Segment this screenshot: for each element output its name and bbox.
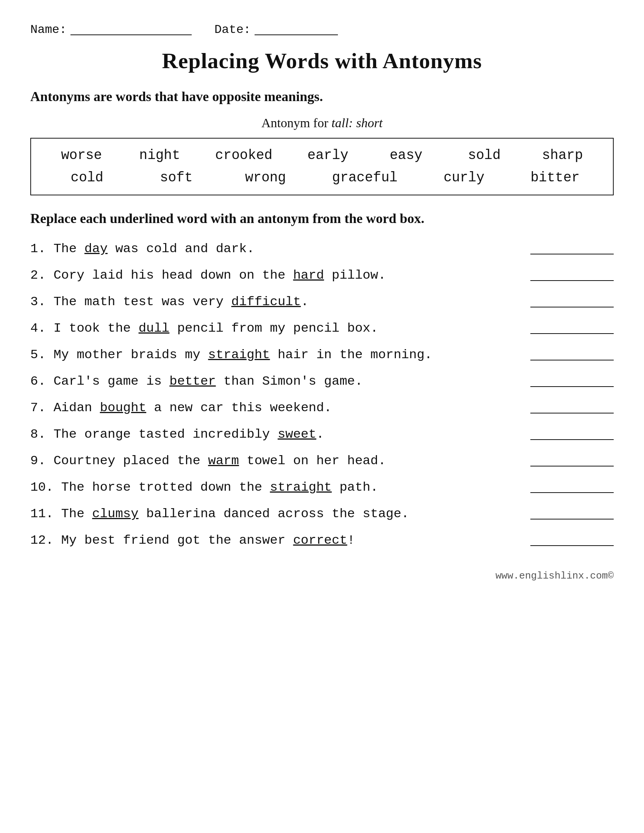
word-curly: curly	[441, 170, 487, 185]
q2-answer-line	[530, 280, 614, 281]
q4-rest: pencil from my pencil box.	[169, 321, 378, 336]
question-10-text: 10. The horse trotted down the straight …	[30, 480, 515, 495]
question-4-text: 4. I took the dull pencil from my pencil…	[30, 321, 515, 336]
q8-rest: .	[316, 427, 324, 442]
question-6-text: 6. Carl's game is better than Simon's ga…	[30, 374, 515, 389]
q1-num: 1. The	[30, 241, 84, 256]
q9-rest: towel on her head.	[239, 453, 386, 468]
word-cold: cold	[64, 170, 110, 185]
word-wrong: wrong	[243, 170, 288, 185]
question-3: 3. The math test was very difficult.	[30, 294, 614, 309]
q11-answer-line	[530, 519, 614, 519]
q2-underlined: hard	[293, 268, 324, 283]
q8-num: 8. The orange tasted incredibly	[30, 427, 278, 442]
q4-underlined: dull	[138, 321, 170, 336]
q3-num: 3. The math test was very	[30, 294, 232, 309]
word-night: night	[137, 148, 183, 163]
question-3-text: 3. The math test was very difficult.	[30, 294, 515, 309]
question-12-text: 12. My best friend got the answer correc…	[30, 533, 515, 547]
q9-num: 9. Courtney placed the	[30, 453, 208, 468]
q7-answer-line	[530, 413, 614, 413]
question-12: 12. My best friend got the answer correc…	[30, 533, 614, 547]
name-line	[71, 34, 192, 35]
question-2: 2. Cory laid his head down on the hard p…	[30, 268, 614, 283]
antonym-example-text: tall: short	[332, 116, 383, 130]
question-1-text: 1. The day was cold and dark.	[30, 241, 515, 256]
antonym-example: Antonym for tall: short	[30, 116, 614, 130]
q7-underlined: bought	[100, 400, 146, 415]
question-7: 7. Aidan bought a new car this weekend.	[30, 400, 614, 415]
q10-num: 10. The horse trotted down the	[30, 480, 270, 495]
q10-rest: path.	[332, 480, 378, 495]
question-1: 1. The day was cold and dark.	[30, 241, 614, 256]
q8-underlined: sweet	[278, 427, 316, 442]
word-worse: worse	[59, 148, 104, 163]
q6-num: 6. Carl's game is	[30, 374, 169, 389]
word-crooked: crooked	[215, 148, 272, 163]
question-10: 10. The horse trotted down the straight …	[30, 480, 614, 495]
q10-underlined: straight	[270, 480, 332, 495]
question-5-text: 5. My mother braids my straight hair in …	[30, 347, 515, 362]
q12-num: 12. My best friend got the answer	[30, 533, 293, 547]
q12-underlined: correct	[293, 533, 348, 547]
q5-rest: hair in the morning.	[270, 347, 432, 362]
word-box-row-2: cold soft wrong graceful curly bitter	[42, 170, 602, 185]
q2-num: 2. Cory laid his head down on the	[30, 268, 293, 283]
q1-underlined: day	[84, 241, 108, 256]
word-sharp: sharp	[540, 148, 585, 163]
q7-rest: a new car this weekend.	[146, 400, 332, 415]
subtitle: Antonyms are words that have opposite me…	[30, 88, 614, 105]
questions-section: 1. The day was cold and dark. 2. Cory la…	[30, 241, 614, 547]
footer: www.englishlinx.com©	[30, 570, 614, 582]
instruction: Replace each underlined word with an ant…	[30, 211, 614, 227]
question-7-text: 7. Aidan bought a new car this weekend.	[30, 400, 515, 415]
date-label: Date:	[214, 23, 251, 37]
question-2-text: 2. Cory laid his head down on the hard p…	[30, 268, 515, 283]
q11-rest: ballerina danced across the stage.	[138, 507, 409, 521]
q3-rest: .	[301, 294, 308, 309]
q3-answer-line	[530, 307, 614, 307]
page-title: Replacing Words with Antonyms	[30, 48, 614, 74]
question-6: 6. Carl's game is better than Simon's ga…	[30, 374, 614, 389]
question-9-text: 9. Courtney placed the warm towel on her…	[30, 453, 515, 468]
word-early: early	[305, 148, 351, 163]
date-line	[254, 34, 338, 35]
q7-num: 7. Aidan	[30, 400, 100, 415]
question-9: 9. Courtney placed the warm towel on her…	[30, 453, 614, 468]
name-field: Name:	[30, 23, 192, 37]
q6-rest: than Simon's game.	[216, 374, 363, 389]
word-easy: easy	[383, 148, 429, 163]
q12-rest: !	[348, 533, 355, 547]
q11-underlined: clumsy	[92, 507, 138, 521]
q9-underlined: warm	[208, 453, 239, 468]
q8-answer-line	[530, 439, 614, 440]
word-box-row-1: worse night crooked early easy sold shar…	[42, 148, 602, 163]
question-8: 8. The orange tasted incredibly sweet.	[30, 427, 614, 442]
q1-rest: was cold and dark.	[108, 241, 254, 256]
word-box: worse night crooked early easy sold shar…	[30, 138, 614, 195]
header-row: Name: Date:	[30, 23, 614, 37]
date-field: Date:	[214, 23, 338, 37]
question-5: 5. My mother braids my straight hair in …	[30, 347, 614, 362]
q2-rest: pillow.	[324, 268, 386, 283]
word-sold: sold	[461, 148, 507, 163]
word-graceful: graceful	[332, 170, 398, 185]
q6-underlined: better	[169, 374, 216, 389]
q5-underlined: straight	[208, 347, 270, 362]
antonym-prefix: Antonym for	[261, 116, 332, 130]
q5-answer-line	[530, 360, 614, 360]
q3-underlined: difficult	[232, 294, 301, 309]
word-bitter: bitter	[531, 170, 580, 185]
q4-answer-line	[530, 333, 614, 334]
question-8-text: 8. The orange tasted incredibly sweet.	[30, 427, 515, 442]
q11-num: 11. The	[30, 507, 92, 521]
q1-answer-line	[530, 254, 614, 254]
question-11-text: 11. The clumsy ballerina danced across t…	[30, 507, 515, 521]
q6-answer-line	[530, 386, 614, 387]
q10-answer-line	[530, 492, 614, 493]
q9-answer-line	[530, 466, 614, 466]
q4-num: 4. I took the	[30, 321, 138, 336]
word-soft: soft	[153, 170, 199, 185]
q12-answer-line	[530, 545, 614, 546]
question-4: 4. I took the dull pencil from my pencil…	[30, 321, 614, 336]
